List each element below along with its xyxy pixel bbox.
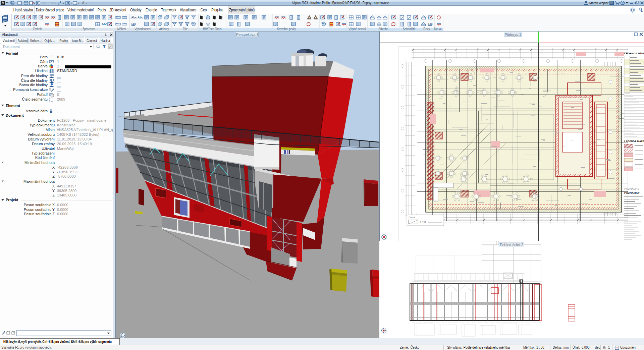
svg-text:1 * 01: 1 * 01 bbox=[420, 221, 426, 223]
svg-text:?: ? bbox=[622, 1, 624, 5]
svg-text:Okna: Okna bbox=[409, 216, 415, 219]
svg-text:LEGENDA MATERIÁLŮ: LEGENDA MATERIÁLŮ bbox=[624, 139, 644, 143]
svg-text:LEGENDA MÍSTNOST: LEGENDA MÍSTNOST bbox=[624, 52, 644, 55]
svg-text:POZNÁMKY: POZNÁMKY bbox=[624, 191, 640, 194]
svg-text:POZNÁMKY: POZNÁMKY bbox=[624, 187, 640, 190]
